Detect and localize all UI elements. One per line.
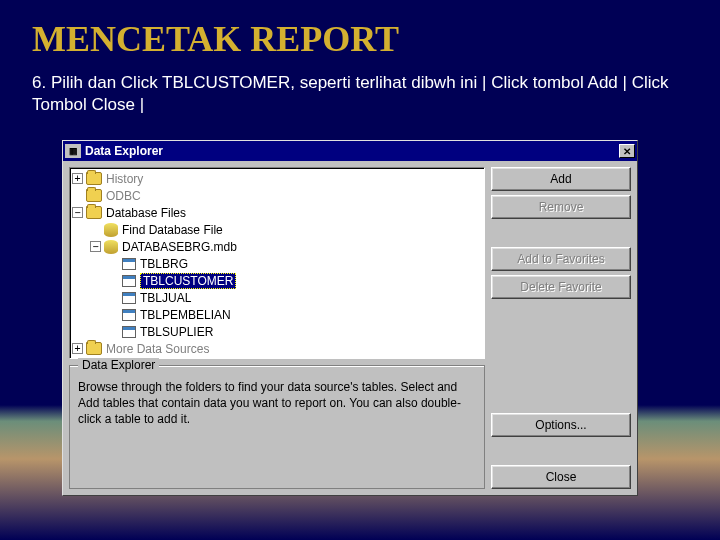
tree-item-odbc[interactable]: ODBC: [72, 187, 482, 204]
add-button[interactable]: Add: [491, 167, 631, 191]
delete-favorite-button[interactable]: Delete Favorite: [491, 275, 631, 299]
titlebar: ▦ Data Explorer ✕: [63, 141, 637, 161]
tree-item-database-files[interactable]: −Database Files: [72, 204, 482, 221]
tree-table-label: TBLBRG: [140, 257, 188, 271]
tree-table-label: TBLSUPLIER: [140, 325, 213, 339]
tree-label: History: [106, 172, 143, 186]
folder-icon: [86, 189, 102, 202]
tree-item-table[interactable]: TBLBRG: [72, 255, 482, 272]
folder-icon: [86, 172, 102, 185]
close-icon[interactable]: ✕: [619, 144, 635, 158]
folder-icon: [86, 342, 102, 355]
window-icon: ▦: [65, 144, 81, 158]
tree-table-label: TBLCUSTOMER: [140, 273, 236, 289]
table-icon: [122, 275, 136, 287]
help-text: Browse through the folders to find your …: [78, 379, 476, 428]
folder-icon: [86, 206, 102, 219]
window-title: Data Explorer: [85, 144, 619, 158]
tree-label: Database Files: [106, 206, 186, 220]
table-icon: [122, 309, 136, 321]
tree-item-table[interactable]: TBLSUPLIER: [72, 323, 482, 340]
collapse-icon[interactable]: −: [72, 207, 83, 218]
table-icon: [122, 258, 136, 270]
tree-table-label: TBLPEMBELIAN: [140, 308, 231, 322]
instruction-text: 6. Pilih dan Click TBLCUSTOMER, seperti …: [0, 72, 720, 126]
tree-label: ODBC: [106, 189, 141, 203]
table-icon: [122, 326, 136, 338]
tree-table-label: TBLJUAL: [140, 291, 191, 305]
tree-label: More Data Sources: [106, 342, 209, 356]
options-button[interactable]: Options...: [491, 413, 631, 437]
tree-item-find-db[interactable]: Find Database File: [72, 221, 482, 238]
tree-label: DATABASEBRG.mdb: [122, 240, 237, 254]
tree-label: Find Database File: [122, 223, 223, 237]
expand-icon[interactable]: +: [72, 343, 83, 354]
remove-button[interactable]: Remove: [491, 195, 631, 219]
tree-item-more-sources[interactable]: +More Data Sources: [72, 340, 482, 357]
tree-view[interactable]: +HistoryODBC−Database FilesFind Database…: [69, 167, 485, 359]
tree-item-database[interactable]: −DATABASEBRG.mdb: [72, 238, 482, 255]
database-icon: [104, 223, 118, 237]
add-favorites-button[interactable]: Add to Favorites: [491, 247, 631, 271]
tree-item-table[interactable]: TBLPEMBELIAN: [72, 306, 482, 323]
tree-item-table[interactable]: TBLCUSTOMER: [72, 272, 482, 289]
help-panel: Data Explorer Browse through the folders…: [69, 365, 485, 489]
database-icon: [104, 240, 118, 254]
help-legend: Data Explorer: [78, 358, 159, 372]
collapse-icon[interactable]: −: [90, 241, 101, 252]
tree-item-history[interactable]: +History: [72, 170, 482, 187]
data-explorer-dialog: ▦ Data Explorer ✕ +HistoryODBC−Database …: [62, 140, 638, 496]
tree-item-table[interactable]: TBLJUAL: [72, 289, 482, 306]
close-button[interactable]: Close: [491, 465, 631, 489]
slide-title: MENCETAK REPORT: [0, 0, 720, 72]
expand-icon[interactable]: +: [72, 173, 83, 184]
table-icon: [122, 292, 136, 304]
